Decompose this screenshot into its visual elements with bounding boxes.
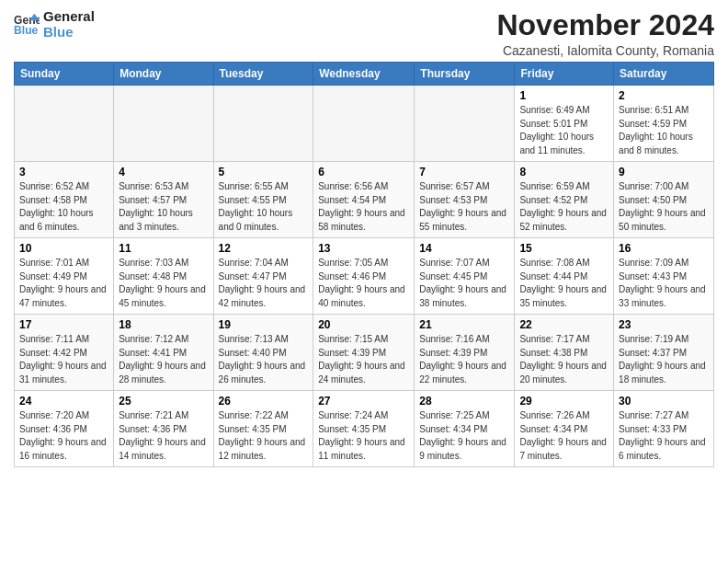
day-number: 20 (318, 318, 409, 331)
day-number: 16 (619, 242, 709, 255)
day-info: Sunrise: 7:09 AMSunset: 4:43 PMDaylight:… (619, 257, 709, 310)
table-row (114, 86, 213, 162)
day-info: Sunrise: 7:08 AMSunset: 4:44 PMDaylight:… (519, 257, 609, 310)
day-info: Sunrise: 6:57 AMSunset: 4:53 PMDaylight:… (419, 180, 509, 234)
day-number: 9 (619, 166, 709, 178)
day-info: Sunrise: 7:03 AMSunset: 4:48 PMDaylight:… (119, 257, 208, 310)
day-number: 4 (119, 166, 208, 178)
logo: General Blue General Blue (14, 9, 95, 40)
day-info: Sunrise: 6:51 AMSunset: 4:59 PMDaylight:… (619, 104, 709, 157)
day-info: Sunrise: 7:00 AMSunset: 4:50 PMDaylight:… (619, 180, 709, 234)
month-title: November 2024 (496, 9, 714, 41)
day-number: 21 (419, 318, 509, 331)
table-row: 24Sunrise: 7:20 AMSunset: 4:36 PMDayligh… (15, 391, 114, 467)
calendar-week-row: 3Sunrise: 6:52 AMSunset: 4:58 PMDaylight… (15, 162, 714, 238)
calendar-week-row: 1Sunrise: 6:49 AMSunset: 5:01 PMDaylight… (15, 86, 714, 162)
table-row: 6Sunrise: 6:56 AMSunset: 4:54 PMDaylight… (313, 162, 415, 238)
day-number: 1 (519, 89, 609, 102)
day-number: 14 (419, 242, 509, 255)
day-number: 19 (219, 318, 309, 331)
day-number: 18 (119, 318, 208, 331)
col-thursday: Thursday (415, 63, 515, 86)
day-info: Sunrise: 6:56 AMSunset: 4:54 PMDaylight:… (318, 180, 409, 234)
day-number: 7 (419, 166, 509, 178)
day-info: Sunrise: 7:07 AMSunset: 4:45 PMDaylight:… (419, 257, 509, 310)
calendar-week-row: 17Sunrise: 7:11 AMSunset: 4:42 PMDayligh… (15, 315, 714, 391)
table-row: 22Sunrise: 7:17 AMSunset: 4:38 PMDayligh… (515, 315, 614, 391)
table-row: 7Sunrise: 6:57 AMSunset: 4:53 PMDaylight… (415, 162, 515, 238)
table-row: 16Sunrise: 7:09 AMSunset: 4:43 PMDayligh… (614, 238, 714, 315)
table-row: 12Sunrise: 7:04 AMSunset: 4:47 PMDayligh… (213, 238, 313, 315)
day-info: Sunrise: 7:25 AMSunset: 4:34 PMDaylight:… (419, 409, 509, 463)
table-row: 29Sunrise: 7:26 AMSunset: 4:34 PMDayligh… (515, 391, 614, 467)
table-row: 21Sunrise: 7:16 AMSunset: 4:39 PMDayligh… (415, 315, 515, 391)
day-info: Sunrise: 7:16 AMSunset: 4:39 PMDaylight:… (419, 333, 509, 386)
day-info: Sunrise: 6:49 AMSunset: 5:01 PMDaylight:… (519, 104, 609, 157)
day-info: Sunrise: 7:01 AMSunset: 4:49 PMDaylight:… (19, 257, 108, 310)
table-row (313, 86, 415, 162)
day-number: 26 (219, 395, 309, 408)
page-container: General Blue General Blue November 2024 … (0, 0, 728, 477)
day-number: 6 (318, 166, 409, 178)
table-row: 11Sunrise: 7:03 AMSunset: 4:48 PMDayligh… (114, 238, 213, 315)
logo-line2: Blue (43, 25, 95, 40)
svg-text:Blue: Blue (14, 24, 39, 37)
title-block: November 2024 Cazanesti, Ialomita County… (496, 9, 714, 58)
day-number: 3 (19, 166, 108, 178)
day-number: 22 (519, 318, 609, 331)
day-info: Sunrise: 7:05 AMSunset: 4:46 PMDaylight:… (318, 257, 409, 310)
day-number: 28 (419, 395, 509, 408)
day-info: Sunrise: 7:17 AMSunset: 4:38 PMDaylight:… (519, 333, 609, 386)
day-number: 24 (19, 395, 108, 408)
day-info: Sunrise: 7:19 AMSunset: 4:37 PMDaylight:… (619, 333, 709, 386)
day-info: Sunrise: 7:21 AMSunset: 4:36 PMDaylight:… (119, 409, 208, 463)
table-row: 19Sunrise: 7:13 AMSunset: 4:40 PMDayligh… (213, 315, 313, 391)
day-info: Sunrise: 7:11 AMSunset: 4:42 PMDaylight:… (19, 333, 108, 386)
table-row: 20Sunrise: 7:15 AMSunset: 4:39 PMDayligh… (313, 315, 415, 391)
day-info: Sunrise: 7:15 AMSunset: 4:39 PMDaylight:… (318, 333, 409, 386)
table-row: 8Sunrise: 6:59 AMSunset: 4:52 PMDaylight… (515, 162, 614, 238)
day-number: 13 (318, 242, 409, 255)
col-friday: Friday (515, 63, 614, 86)
table-row: 2Sunrise: 6:51 AMSunset: 4:59 PMDaylight… (614, 86, 714, 162)
col-sunday: Sunday (15, 63, 114, 86)
table-row: 10Sunrise: 7:01 AMSunset: 4:49 PMDayligh… (15, 238, 114, 315)
day-number: 11 (119, 242, 208, 255)
table-row: 17Sunrise: 7:11 AMSunset: 4:42 PMDayligh… (15, 315, 114, 391)
table-row: 26Sunrise: 7:22 AMSunset: 4:35 PMDayligh… (213, 391, 313, 467)
table-row (15, 86, 114, 162)
table-row: 15Sunrise: 7:08 AMSunset: 4:44 PMDayligh… (515, 238, 614, 315)
table-row: 28Sunrise: 7:25 AMSunset: 4:34 PMDayligh… (415, 391, 515, 467)
day-info: Sunrise: 6:52 AMSunset: 4:58 PMDaylight:… (19, 180, 108, 234)
day-info: Sunrise: 7:04 AMSunset: 4:47 PMDaylight:… (219, 257, 309, 310)
table-row: 23Sunrise: 7:19 AMSunset: 4:37 PMDayligh… (614, 315, 714, 391)
location-subtitle: Cazanesti, Ialomita County, Romania (496, 43, 714, 58)
day-number: 25 (119, 395, 208, 408)
table-row: 27Sunrise: 7:24 AMSunset: 4:35 PMDayligh… (313, 391, 415, 467)
table-row: 30Sunrise: 7:27 AMSunset: 4:33 PMDayligh… (614, 391, 714, 467)
table-row: 1Sunrise: 6:49 AMSunset: 5:01 PMDaylight… (515, 86, 614, 162)
day-info: Sunrise: 7:24 AMSunset: 4:35 PMDaylight:… (318, 409, 409, 463)
day-number: 17 (19, 318, 108, 331)
day-number: 15 (519, 242, 609, 255)
col-tuesday: Tuesday (213, 63, 313, 86)
logo-icon: General Blue (14, 12, 40, 38)
table-row: 18Sunrise: 7:12 AMSunset: 4:41 PMDayligh… (114, 315, 213, 391)
day-number: 29 (519, 395, 609, 408)
day-info: Sunrise: 6:55 AMSunset: 4:55 PMDaylight:… (219, 180, 309, 234)
table-row: 13Sunrise: 7:05 AMSunset: 4:46 PMDayligh… (313, 238, 415, 315)
calendar-table: Sunday Monday Tuesday Wednesday Thursday… (14, 62, 714, 467)
day-info: Sunrise: 7:12 AMSunset: 4:41 PMDaylight:… (119, 333, 208, 386)
day-number: 30 (619, 395, 709, 408)
col-wednesday: Wednesday (313, 63, 415, 86)
day-number: 23 (619, 318, 709, 331)
table-row (415, 86, 515, 162)
day-info: Sunrise: 7:26 AMSunset: 4:34 PMDaylight:… (519, 409, 609, 463)
day-info: Sunrise: 7:22 AMSunset: 4:35 PMDaylight:… (219, 409, 309, 463)
table-row (213, 86, 313, 162)
table-row: 3Sunrise: 6:52 AMSunset: 4:58 PMDaylight… (15, 162, 114, 238)
col-saturday: Saturday (614, 63, 714, 86)
day-info: Sunrise: 6:59 AMSunset: 4:52 PMDaylight:… (519, 180, 609, 234)
table-row: 4Sunrise: 6:53 AMSunset: 4:57 PMDaylight… (114, 162, 213, 238)
day-number: 5 (219, 166, 309, 178)
